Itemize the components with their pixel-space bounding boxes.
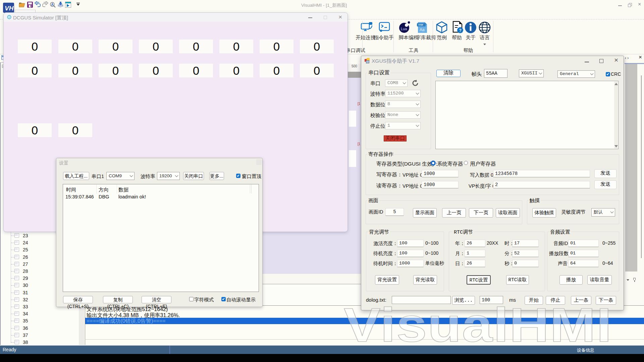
svg-text:Lua: Lua <box>401 27 407 31</box>
svg-text:VH: VH <box>5 5 14 12</box>
svg-text:TTF: TTF <box>418 23 423 26</box>
svg-text:Aa: Aa <box>420 27 425 32</box>
svg-text:?: ? <box>459 28 462 33</box>
svg-text:A: A <box>51 3 54 6</box>
